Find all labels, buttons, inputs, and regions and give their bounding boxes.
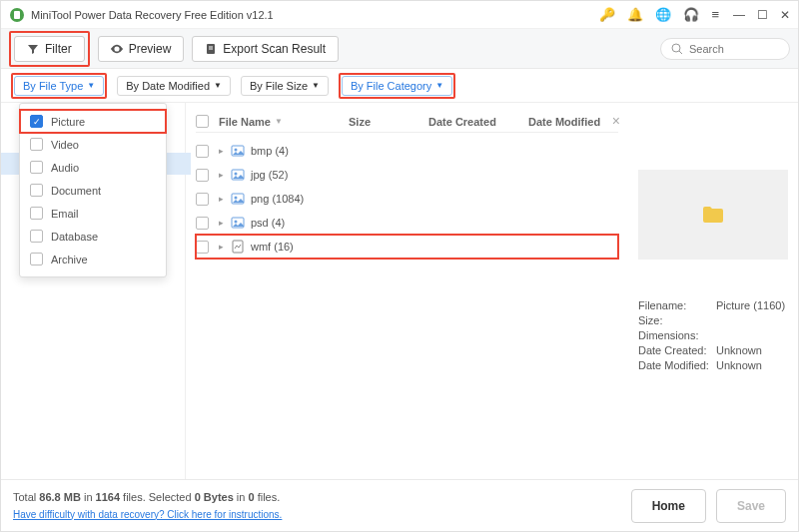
row-checkbox[interactable]: [196, 145, 209, 158]
folder-icon: [702, 206, 724, 224]
table-row[interactable]: ▸bmp (4): [196, 139, 618, 163]
filter-button[interactable]: Filter: [14, 36, 85, 62]
expand-icon[interactable]: ▸: [219, 194, 229, 204]
app-logo-icon: [9, 7, 25, 23]
svg-rect-1: [14, 11, 20, 19]
file-type-option[interactable]: Document: [20, 179, 166, 202]
svg-point-9: [235, 197, 238, 200]
home-button[interactable]: Home: [631, 489, 706, 523]
search-box[interactable]: [660, 38, 790, 60]
status-text: Total 86.8 MB in 1164 files. Selected 0 …: [13, 489, 621, 522]
export-label: Export Scan Result: [223, 42, 326, 56]
col-date-created[interactable]: Date Created: [428, 116, 528, 128]
table-row[interactable]: ▸jpg (52): [196, 163, 618, 187]
checkbox[interactable]: [30, 230, 43, 243]
meta-key: Date Modified:: [638, 359, 716, 371]
row-checkbox[interactable]: [196, 169, 209, 182]
col-size[interactable]: Size: [349, 116, 428, 128]
by-file-size-chip[interactable]: By File Size ▼: [241, 76, 329, 96]
file-type-option[interactable]: Database: [20, 225, 166, 248]
search-input[interactable]: [689, 43, 779, 55]
toolbar: Filter Preview Export Scan Result: [1, 29, 798, 69]
chevron-down-icon: ▼: [87, 81, 95, 90]
row-checkbox[interactable]: [196, 241, 209, 254]
bell-icon[interactable]: 🔔: [627, 7, 643, 22]
checkbox[interactable]: [30, 253, 43, 266]
checkbox[interactable]: [30, 207, 43, 220]
window-controls: — ☐ ✕: [733, 8, 790, 22]
file-type-option[interactable]: Archive: [20, 248, 166, 270]
col-filename[interactable]: File Name ▼: [219, 116, 349, 128]
checkbox[interactable]: ✓: [30, 115, 43, 128]
expand-icon[interactable]: ▸: [219, 170, 229, 180]
image-file-icon: [231, 168, 245, 182]
meta-key: Size:: [638, 314, 716, 326]
close-panel-icon[interactable]: ×: [612, 113, 620, 129]
row-name: bmp (4): [251, 145, 289, 157]
close-window-icon[interactable]: ✕: [780, 8, 790, 22]
image-file-icon: [231, 144, 245, 158]
headset-icon[interactable]: 🎧: [683, 7, 699, 22]
filter-icon: [27, 43, 39, 55]
select-all-checkbox[interactable]: [196, 115, 209, 128]
help-link[interactable]: Have difficulty with data recovery? Clic…: [13, 509, 282, 520]
export-button[interactable]: Export Scan Result: [192, 36, 339, 62]
titlebar: MiniTool Power Data Recovery Free Editio…: [1, 1, 798, 29]
row-name: psd (4): [251, 217, 285, 229]
sort-icon: ▼: [275, 117, 283, 126]
option-label: Audio: [51, 162, 79, 174]
checkbox[interactable]: [30, 161, 43, 174]
preview-label: Preview: [129, 42, 172, 56]
chip-label: By File Category: [351, 80, 431, 92]
file-type-option[interactable]: Video: [20, 133, 166, 156]
by-file-type-chip[interactable]: By File Type ▼: [14, 76, 104, 96]
menu-icon[interactable]: ≡: [711, 7, 719, 22]
file-type-option[interactable]: Email: [20, 202, 166, 225]
expand-icon[interactable]: ▸: [219, 242, 229, 252]
option-label: Archive: [51, 254, 88, 266]
export-icon: [205, 43, 217, 55]
checkbox[interactable]: [30, 184, 43, 197]
expand-icon[interactable]: ▸: [219, 218, 229, 228]
meta-key: Date Created:: [638, 344, 716, 356]
option-label: Document: [51, 185, 101, 197]
globe-icon[interactable]: 🌐: [655, 7, 671, 22]
footer: Total 86.8 MB in 1164 files. Selected 0 …: [1, 479, 798, 531]
key-icon[interactable]: 🔑: [599, 7, 615, 22]
chevron-down-icon: ▼: [214, 81, 222, 90]
chip-label: By File Size: [250, 80, 308, 92]
file-type-highlight: By File Type ▼: [11, 73, 107, 99]
expand-icon[interactable]: ▸: [219, 146, 229, 156]
chip-label: By Date Modified: [126, 80, 210, 92]
by-date-modified-chip[interactable]: By Date Modified ▼: [117, 76, 231, 96]
row-name: png (1084): [251, 193, 304, 205]
checkbox[interactable]: [30, 138, 43, 151]
table-row[interactable]: ▸psd (4): [196, 211, 618, 235]
by-file-category-chip[interactable]: By File Category ▼: [342, 76, 452, 96]
app-title: MiniTool Power Data Recovery Free Editio…: [31, 9, 599, 21]
option-label: Database: [51, 231, 98, 243]
meta-value: Unknown: [716, 359, 762, 371]
file-meta: Filename:Picture (1160) Size: Dimensions…: [638, 299, 788, 371]
row-checkbox[interactable]: [196, 193, 209, 206]
table-row[interactable]: ▸wmf (16): [196, 235, 618, 259]
save-button[interactable]: Save: [716, 489, 786, 523]
preview-button[interactable]: Preview: [98, 36, 185, 62]
maximize-icon[interactable]: ☐: [757, 8, 768, 22]
file-type-option[interactable]: Audio: [20, 156, 166, 179]
image-file-icon: [231, 216, 245, 230]
row-name: jpg (52): [251, 169, 288, 181]
svg-point-5: [235, 149, 238, 152]
table-row[interactable]: ▸png (1084): [196, 187, 618, 211]
option-label: Video: [51, 139, 79, 151]
svg-point-7: [235, 173, 238, 176]
search-icon: [671, 43, 683, 55]
file-type-option[interactable]: ✓Picture: [20, 110, 166, 133]
svg-point-3: [672, 44, 680, 52]
row-checkbox[interactable]: [196, 217, 209, 230]
col-date-modified[interactable]: Date Modified: [528, 116, 618, 128]
filter-label: Filter: [45, 42, 72, 56]
minimize-icon[interactable]: —: [733, 8, 745, 22]
wmf-file-icon: [231, 240, 245, 254]
meta-value: Unknown: [716, 344, 762, 356]
